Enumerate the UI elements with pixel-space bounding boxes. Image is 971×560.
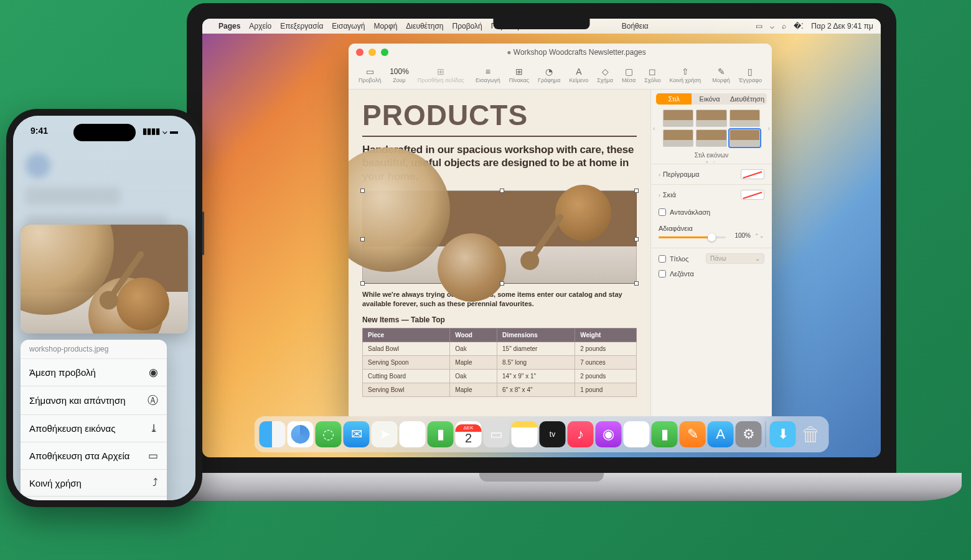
tb-addpage[interactable]: ⊞Προσθήκη σελίδας (414, 67, 468, 83)
dock-freeform-icon[interactable]: ✎ (624, 421, 650, 447)
dock-finder-icon[interactable] (260, 421, 286, 447)
dock-tv-icon[interactable]: tv (540, 421, 566, 447)
title-position-select[interactable]: Πάνω⌄ (706, 253, 764, 264)
image-preview[interactable] (21, 225, 188, 334)
tb-share[interactable]: ⇧Κοινή χρήση (666, 67, 705, 83)
dock-numbers-icon[interactable]: ▮ (652, 421, 678, 447)
menu-help[interactable]: Βοήθεια (622, 22, 649, 30)
dock-messages-icon[interactable]: ◌ (316, 421, 342, 447)
table-row[interactable]: Serving SpoonMaple8.5" long7 ounces (363, 356, 637, 370)
spotlight-icon[interactable]: ⌕ (782, 22, 786, 30)
selection-handle[interactable] (634, 237, 639, 241)
col-wood[interactable]: Wood (450, 329, 497, 342)
dock-pages-icon[interactable]: ✎ (680, 421, 706, 447)
table-row[interactable]: Serving BowlMaple6" x 8" x 4"1 pound (363, 383, 637, 397)
tb-format[interactable]: ✎Μορφή (708, 67, 733, 83)
style-option[interactable] (696, 129, 726, 147)
dock-calendar-icon[interactable]: ΔΕΚ2 (456, 421, 482, 447)
chevron-right-icon[interactable]: › (766, 114, 772, 143)
dock-music-icon[interactable]: ♪ (568, 421, 594, 447)
menu-file[interactable]: Αρχείο (249, 22, 271, 30)
style-option[interactable] (696, 110, 726, 127)
menu-save-files[interactable]: Αποθήκευση στα Αρχεία▭ (21, 442, 167, 470)
table-row[interactable]: Cutting BoardOak14" x 9" x 1"2 pounds (363, 370, 637, 383)
minimize-button[interactable] (368, 49, 376, 56)
selection-handle[interactable] (500, 189, 504, 193)
col-dimensions[interactable]: Dimensions (497, 329, 575, 342)
battery-icon[interactable]: ▭ (756, 22, 762, 30)
dynamic-island[interactable] (73, 124, 136, 141)
menu-edit[interactable]: Επεξεργασία (280, 22, 323, 30)
caption-checkbox[interactable] (659, 270, 666, 278)
col-piece[interactable]: Piece (363, 329, 450, 342)
style-option-selected[interactable] (729, 129, 760, 147)
tb-table[interactable]: ⊞Πίνακας (505, 67, 533, 83)
dock-podcasts-icon[interactable]: ◉ (596, 421, 622, 447)
dock-downloads-icon[interactable]: ⬇ (770, 421, 796, 447)
dock-settings-icon[interactable]: ⚙ (736, 421, 762, 447)
menu-markup-reply[interactable]: Σήμανση και απάντησηⒶ (21, 386, 167, 415)
products-table[interactable]: Piece Wood Dimensions Weight Salad BowlO… (362, 328, 637, 397)
style-option[interactable] (663, 129, 693, 147)
doc-title[interactable]: PRODUCTS (362, 98, 637, 132)
document-canvas[interactable]: PRODUCTS Handcrafted in our spacious wor… (349, 90, 650, 426)
wifi-icon[interactable]: ⌵ (770, 22, 774, 30)
shadow-swatch[interactable] (741, 190, 764, 200)
tb-view[interactable]: ▭Προβολή (355, 67, 385, 83)
menu-insert[interactable]: Εισαγωγή (332, 22, 365, 30)
tb-insert[interactable]: ≡Εισαγωγή (472, 67, 504, 83)
menubar-datetime[interactable]: Παρ 2 Δεκ 9:41 πμ (811, 22, 873, 30)
style-option[interactable] (663, 110, 693, 127)
titlebar[interactable]: ● Workshop Woodcrafts Newsletter.pages (349, 44, 772, 61)
chevron-left-icon[interactable]: ‹ (651, 114, 657, 143)
menu-arrange[interactable]: Διευθέτηση (406, 22, 443, 30)
menu-copy[interactable]: Αντιγραφή⧉ (21, 497, 167, 500)
dock-contacts-icon[interactable]: ▭ (484, 421, 510, 447)
dock-trash-icon[interactable]: 🗑 (798, 421, 824, 447)
menu-view[interactable]: Προβολή (452, 22, 482, 30)
menu-save-image[interactable]: Αποθήκευση εικόνας⤓ (21, 415, 167, 442)
opacity-value[interactable]: 100% (734, 232, 751, 239)
tb-document[interactable]: ▯Έγγραφο (735, 67, 766, 83)
selection-handle[interactable] (500, 281, 504, 286)
tb-zoom[interactable]: 100%Ζουμ (386, 67, 413, 83)
slider-thumb[interactable] (708, 233, 716, 241)
control-center-icon[interactable]: �⁚ (794, 22, 804, 30)
tab-style[interactable]: Στιλ (656, 93, 692, 105)
tb-comment[interactable]: ◻Σχόλιο (640, 67, 664, 83)
style-option[interactable] (729, 110, 760, 127)
tb-media[interactable]: ▢Μέσα (618, 67, 639, 83)
tb-chart[interactable]: ◔Γράφημα (534, 67, 565, 83)
stepper-icon[interactable]: ⌃⌄ (754, 233, 764, 239)
shadow-section[interactable]: ›Σκιά (651, 184, 772, 205)
selection-handle[interactable] (634, 189, 639, 193)
title-check[interactable]: Τίτλος (659, 254, 702, 264)
col-weight[interactable]: Weight (575, 329, 637, 342)
tab-arrange[interactable]: Διευθέτηση (728, 93, 767, 105)
tab-image[interactable]: Εικόνα (692, 93, 727, 105)
dock-maps-icon[interactable]: ➤ (372, 421, 398, 447)
selection-handle[interactable] (360, 237, 365, 241)
dock-mail-icon[interactable]: ✉ (344, 421, 370, 447)
table-row[interactable]: Salad BowlOak15" diameter2 pounds (363, 342, 637, 356)
doc-body-text[interactable]: While we're always trying out new forms,… (362, 290, 637, 309)
border-swatch[interactable] (741, 169, 764, 179)
selection-handle[interactable] (360, 281, 365, 286)
opacity-slider[interactable] (659, 236, 726, 238)
dock-appstore-icon[interactable]: A (708, 421, 734, 447)
doc-heading[interactable]: New Items — Table Top (362, 315, 637, 324)
reflection-check[interactable]: Αντανάκλαση (651, 205, 772, 220)
menubar-app-name[interactable]: Pages (218, 22, 240, 30)
close-button[interactable] (356, 49, 364, 56)
menu-quick-look[interactable]: Άμεση προβολή◉ (21, 359, 167, 386)
reflection-checkbox[interactable] (659, 208, 666, 216)
caption-check[interactable]: Λεζάντα (651, 266, 772, 281)
doc-image[interactable] (362, 190, 637, 284)
menu-share[interactable]: Κοινή χρήση⤴ (21, 470, 167, 497)
menu-format[interactable]: Μορφή (373, 22, 397, 30)
tb-text[interactable]: AΚείμενο (566, 67, 593, 83)
title-checkbox[interactable] (659, 255, 666, 263)
selection-handle[interactable] (634, 281, 639, 286)
tb-shape[interactable]: ◇Σχήμα (593, 67, 617, 83)
dock-facetime-icon[interactable]: ▮ (428, 421, 454, 447)
